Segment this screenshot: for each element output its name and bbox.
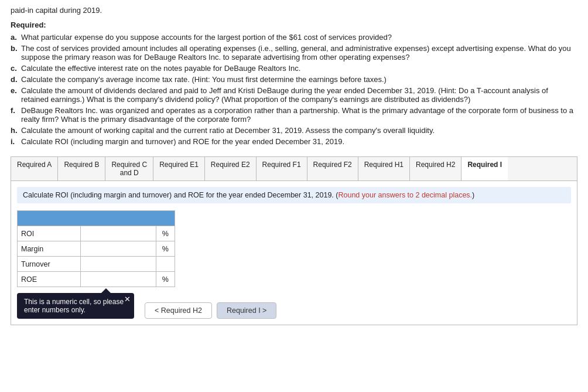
question-letter: a. bbox=[11, 33, 19, 42]
instruction-bar: Calculate ROI (including margin and turn… bbox=[17, 187, 571, 203]
intro-text: paid-in capital during 2019. bbox=[11, 6, 577, 15]
question-item: i.Calculate ROI (including margin and tu… bbox=[11, 137, 577, 146]
row-label: ROE bbox=[18, 272, 81, 287]
tab-required-f1[interactable]: Required F1 bbox=[257, 157, 307, 180]
input-margin[interactable] bbox=[81, 241, 156, 256]
question-letter: c. bbox=[11, 64, 19, 73]
question-item: h.Calculate the amount of working capita… bbox=[11, 126, 577, 135]
tab-required-h1[interactable]: Required H1 bbox=[358, 157, 410, 180]
bottom-bar: ✕ This is a numeric cell, so please ente… bbox=[17, 289, 571, 319]
tab-required-h2[interactable]: Required H2 bbox=[410, 157, 461, 180]
question-list: a.What particular expense do you suppose… bbox=[11, 33, 577, 146]
question-item: d.Calculate the company's average income… bbox=[11, 75, 577, 84]
row-label: ROI bbox=[18, 226, 81, 241]
tooltip-text: This is a numeric cell, so please enter … bbox=[24, 298, 124, 314]
question-text: Calculate the amount of dividends declar… bbox=[21, 86, 577, 104]
prev-button[interactable]: < Required H2 bbox=[145, 302, 212, 319]
tab-bar: Required ARequired BRequired Cand DRequi… bbox=[11, 156, 577, 180]
tab-required-b[interactable]: Required B bbox=[58, 157, 105, 180]
input-roi[interactable] bbox=[81, 226, 156, 241]
question-letter: h. bbox=[11, 126, 19, 135]
instruction-main: Calculate ROI (including margin and turn… bbox=[23, 191, 338, 199]
row-input-cell[interactable] bbox=[80, 226, 156, 241]
question-text: Calculate the company's average income t… bbox=[21, 75, 577, 84]
row-unit: % bbox=[156, 272, 175, 287]
tab-required-e1[interactable]: Required E1 bbox=[153, 157, 205, 180]
input-roe[interactable] bbox=[81, 272, 156, 287]
row-input-cell[interactable] bbox=[80, 257, 156, 272]
row-input-cell[interactable] bbox=[80, 241, 156, 257]
tooltip-box: ✕ This is a numeric cell, so please ente… bbox=[17, 293, 134, 319]
question-text: What particular expense do you suppose a… bbox=[21, 33, 577, 42]
table-row: Turnover bbox=[18, 257, 175, 272]
tooltip-close-button[interactable]: ✕ bbox=[124, 295, 131, 303]
nav-buttons: < Required H2 Required I > bbox=[139, 302, 276, 319]
question-item: a.What particular expense do you suppose… bbox=[11, 33, 577, 42]
question-letter: e. bbox=[11, 86, 19, 104]
row-unit: % bbox=[156, 226, 175, 241]
tab-required-i[interactable]: Required I bbox=[461, 157, 508, 180]
question-text: Calculate the amount of working capital … bbox=[21, 126, 577, 135]
question-text: Calculate ROI (including margin and turn… bbox=[21, 137, 577, 146]
row-unit: % bbox=[156, 241, 175, 257]
question-item: c.Calculate the effective interest rate … bbox=[11, 64, 577, 73]
question-item: e.Calculate the amount of dividends decl… bbox=[11, 86, 577, 104]
tooltip-container: ✕ This is a numeric cell, so please ente… bbox=[17, 293, 134, 319]
question-text: The cost of services provided amount inc… bbox=[21, 44, 577, 62]
data-table: ROI%Margin%TurnoverROE% bbox=[17, 210, 175, 287]
question-letter: d. bbox=[11, 75, 19, 84]
instruction-end: ) bbox=[472, 191, 474, 199]
tab-required-c-and-d[interactable]: Required Cand D bbox=[105, 157, 153, 180]
question-item: f.DeBauge Realtors Inc. was organized an… bbox=[11, 106, 577, 124]
row-input-cell[interactable] bbox=[80, 272, 156, 287]
instruction-highlight: Round your answers to 2 decimal places. bbox=[338, 191, 472, 199]
tab-required-a[interactable]: Required A bbox=[11, 157, 58, 180]
question-letter: b. bbox=[11, 44, 19, 62]
row-label: Margin bbox=[18, 241, 81, 257]
required-label: Required: bbox=[11, 21, 577, 29]
input-turnover[interactable] bbox=[81, 257, 156, 271]
tab-content: Calculate ROI (including margin and turn… bbox=[11, 180, 577, 325]
table-row: ROI% bbox=[18, 226, 175, 241]
question-text: DeBauge Realtors Inc. was organized and … bbox=[21, 106, 577, 124]
table-header-row bbox=[18, 211, 175, 226]
table-row: Margin% bbox=[18, 241, 175, 257]
tab-required-e2[interactable]: Required E2 bbox=[205, 157, 257, 180]
tab-required-f2[interactable]: Required F2 bbox=[307, 157, 358, 180]
next-button[interactable]: Required I > bbox=[217, 302, 276, 319]
question-letter: i. bbox=[11, 137, 19, 146]
question-letter: f. bbox=[11, 106, 19, 124]
question-text: Calculate the effective interest rate on… bbox=[21, 64, 577, 73]
question-item: b.The cost of services provided amount i… bbox=[11, 44, 577, 62]
row-label: Turnover bbox=[18, 257, 81, 272]
table-row: ROE% bbox=[18, 272, 175, 287]
row-unit bbox=[156, 257, 175, 272]
